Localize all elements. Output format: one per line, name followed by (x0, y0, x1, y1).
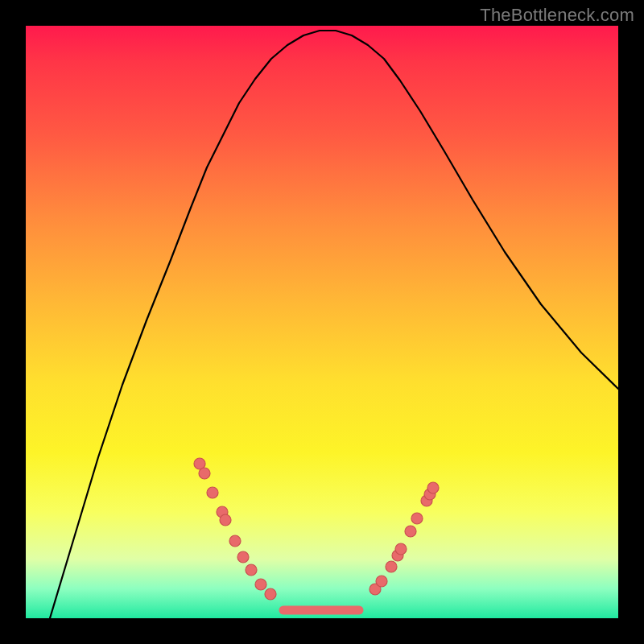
data-point (265, 588, 276, 600)
data-point (220, 514, 231, 526)
data-point (411, 513, 423, 524)
data-point (199, 468, 210, 479)
data-point (386, 561, 397, 572)
data-point (405, 526, 416, 537)
data-point (246, 564, 257, 576)
chart-area (26, 26, 618, 618)
data-point (255, 579, 266, 590)
data-point (237, 551, 249, 563)
data-point (229, 535, 241, 547)
data-point (395, 543, 407, 555)
data-point (207, 487, 218, 498)
bottleneck-plot (26, 26, 618, 618)
data-point (427, 482, 439, 493)
data-point (376, 576, 387, 587)
right-dot-cluster (369, 482, 439, 595)
bottleneck-curve (50, 31, 618, 618)
left-dot-cluster (194, 458, 276, 600)
watermark-text: TheBottleneck.com (480, 5, 634, 26)
